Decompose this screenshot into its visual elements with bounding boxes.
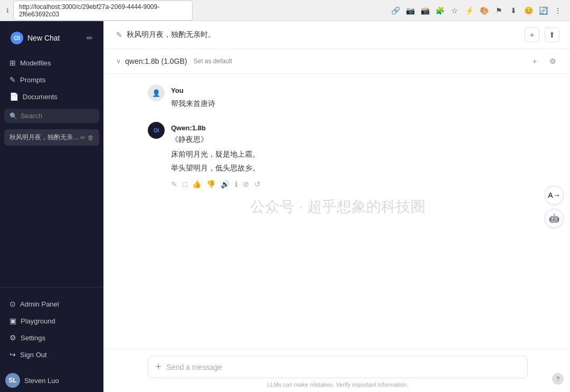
- bookmark-icon[interactable]: 🔗: [390, 5, 401, 16]
- prompts-icon: ✎: [10, 75, 16, 84]
- disclaimer-text: LLMs can make mistakes. Verify important…: [148, 381, 528, 388]
- audio-icon[interactable]: 🔊: [221, 180, 230, 188]
- sidebar-item-settings[interactable]: ⚙ Settings: [4, 330, 99, 346]
- chat-header: ✎ 秋风明月夜，独酌无亲时。 + ⬆: [106, 21, 570, 49]
- input-area: + LLMs can make mistakes. Verify importa…: [106, 349, 570, 392]
- thumbs-up-icon[interactable]: 👍: [192, 180, 201, 188]
- modelfiles-label: Modelfiles: [20, 59, 51, 67]
- info-message-icon[interactable]: ℹ: [235, 180, 238, 188]
- star-icon[interactable]: ☆: [449, 5, 460, 16]
- documents-label: Documents: [23, 93, 58, 101]
- chat-area: ✎ 秋风明月夜，独酌无亲时。 + ⬆ ∨ qwen:1.8b (1.0GB) S…: [106, 21, 570, 392]
- copy-message-icon[interactable]: □: [183, 180, 187, 188]
- ai-message: OI Qwen:1.8b 《静夜思》 床前明月光，疑是地上霜。 举头望明月，低头…: [148, 122, 528, 188]
- sign-out-icon: ↪: [10, 350, 16, 359]
- puzzle-icon[interactable]: 🧩: [434, 5, 445, 16]
- user-profile[interactable]: SL Steven Luo: [0, 369, 103, 392]
- help-button[interactable]: ?: [552, 373, 564, 385]
- modelfiles-icon: ⊞: [10, 59, 16, 67]
- add-button[interactable]: +: [525, 27, 539, 42]
- ai-avatar-text: OI: [154, 128, 159, 133]
- screenshot-icon[interactable]: 📷: [404, 5, 416, 16]
- playground-label: Playground: [21, 317, 55, 325]
- model-selector: ∨ qwen:1.8b (1.0GB) Set as default + ⚙: [106, 49, 570, 74]
- menu-icon[interactable]: ⋮: [552, 5, 564, 16]
- search-icon: 🔍: [10, 112, 17, 120]
- user-message-avatar: 👤: [148, 84, 165, 101]
- ai-message-actions: ✎ □ 👍 👎 🔊 ℹ ⊘ ↺: [171, 180, 528, 188]
- extension-icon[interactable]: ⚡: [463, 5, 475, 16]
- assistant-icon: 🤖: [549, 213, 559, 223]
- sidebar-divider: [0, 287, 103, 288]
- chat-item-actions: ✏ 🗑: [80, 134, 94, 141]
- search-input[interactable]: [21, 112, 94, 120]
- chat-title-area: ✎ 秋风明月夜，独酌无亲时。: [116, 30, 215, 40]
- ai-message-avatar: OI: [148, 122, 165, 139]
- flag-icon[interactable]: ⚑: [493, 5, 505, 16]
- translate-float-button[interactable]: A→: [545, 186, 564, 205]
- user-name: Steven Luo: [24, 377, 59, 385]
- model-actions: + ⚙: [528, 54, 559, 68]
- sidebar-bottom: ⊙ Admin Panel ▣ Playground ⚙ Settings ↪ …: [0, 292, 103, 367]
- messages-area: 👤 You 帮我来首唐诗 OI Qwen:1.8b 《静夜思》 床: [106, 74, 570, 349]
- settings-icon: ⚙: [10, 333, 16, 342]
- search-bar[interactable]: 🔍: [4, 109, 99, 123]
- refresh-icon[interactable]: ↺: [254, 180, 261, 188]
- sidebar-item-playground[interactable]: ▣ Playground: [4, 313, 99, 329]
- chat-item-edit-icon[interactable]: ✏: [80, 134, 86, 141]
- assistant-float-button[interactable]: 🤖: [545, 209, 564, 228]
- sidebar-item-modelfiles[interactable]: ⊞ Modelfiles: [4, 55, 99, 71]
- chat-item-delete-icon[interactable]: 🗑: [88, 134, 94, 141]
- chat-history-item[interactable]: 秋风明月夜，独酌无亲时。 ✏ 🗑: [4, 129, 99, 146]
- colorful-icon[interactable]: 🎨: [478, 5, 490, 16]
- input-add-button[interactable]: +: [156, 361, 162, 372]
- user-message-content: You 帮我来首唐诗: [171, 84, 528, 109]
- admin-panel-icon: ⊙: [10, 300, 16, 308]
- sidebar-item-admin-panel[interactable]: ⊙ Admin Panel: [4, 296, 99, 312]
- ai-sender-name: Qwen:1.8b: [171, 124, 528, 132]
- browser-bar: ℹ http://localhost:3000/c/29ebf27a-2069-…: [0, 0, 570, 21]
- chat-header-actions: + ⬆: [525, 27, 559, 42]
- edit-message-icon[interactable]: ✎: [171, 180, 177, 188]
- model-settings-button[interactable]: ⚙: [546, 54, 559, 68]
- model-default-label[interactable]: Set as default: [194, 58, 232, 65]
- url-bar[interactable]: http://localhost:3000/c/29ebf27a-2069-44…: [13, 1, 193, 21]
- admin-panel-label: Admin Panel: [20, 300, 59, 308]
- update-icon[interactable]: 🔄: [537, 5, 549, 16]
- model-chevron-icon[interactable]: ∨: [116, 58, 121, 65]
- share-button[interactable]: ⬆: [545, 27, 559, 42]
- ai-message-content: Qwen:1.8b 《静夜思》 床前明月光，疑是地上霜。 举头望明月，低头思故乡…: [171, 122, 528, 188]
- sidebar-item-documents[interactable]: 📄 Documents: [4, 89, 99, 104]
- sidebar-item-prompts[interactable]: ✎ Prompts: [4, 72, 99, 88]
- user-avatar: SL: [5, 373, 20, 388]
- url-text: http://localhost:3000/c/29ebf27a-2069-44…: [19, 3, 187, 18]
- sign-out-label: Sign Out: [20, 351, 47, 359]
- app-logo: OI: [11, 32, 23, 44]
- new-chat-button[interactable]: OI New Chat ✏: [5, 27, 98, 49]
- playground-icon: ▣: [10, 317, 16, 325]
- info-icon: ℹ: [6, 7, 9, 14]
- settings-label: Settings: [21, 334, 45, 342]
- stop-icon[interactable]: ⊘: [243, 180, 249, 188]
- new-chat-label: New Chat: [27, 34, 60, 42]
- sidebar: OI New Chat ✏ ⊞ Modelfiles ✎ Prompts 📄 D…: [0, 21, 103, 392]
- model-name: qwen:1.8b (1.0GB): [125, 57, 187, 65]
- user-message-text: 帮我来首唐诗: [171, 98, 528, 109]
- floating-buttons: A→ 🤖: [545, 186, 564, 228]
- smiley-icon[interactable]: 😊: [522, 5, 534, 16]
- camera-icon[interactable]: 📸: [419, 5, 431, 16]
- download-icon[interactable]: ⬇: [508, 5, 519, 16]
- poem-line-1: 床前明月光，疑是地上霜。: [171, 148, 528, 161]
- app-container: OI New Chat ✏ ⊞ Modelfiles ✎ Prompts 📄 D…: [0, 21, 570, 392]
- input-box: +: [148, 356, 528, 378]
- sidebar-item-sign-out[interactable]: ↪ Sign Out: [4, 347, 99, 362]
- chat-title-edit-icon: ✎: [116, 31, 122, 39]
- prompts-label: Prompts: [20, 76, 45, 84]
- model-add-button[interactable]: +: [528, 54, 542, 68]
- message-input[interactable]: [167, 363, 520, 371]
- chat-title: 秋风明月夜，独酌无亲时。: [127, 30, 215, 40]
- help-icon: ?: [556, 376, 559, 382]
- user-sender-name: You: [171, 87, 528, 94]
- sidebar-top: OI New Chat ✏: [0, 21, 103, 53]
- thumbs-down-icon[interactable]: 👎: [206, 180, 215, 188]
